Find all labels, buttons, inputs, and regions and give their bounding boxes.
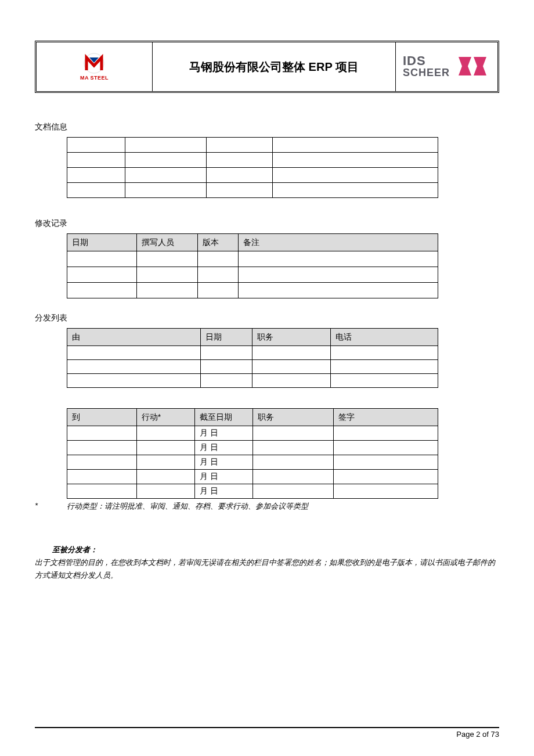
section-title-doc-info: 文档信息: [35, 122, 499, 132]
logo-right-cell: IDS SCHEER: [396, 42, 497, 91]
section-title-revision: 修改记录: [35, 218, 499, 229]
table-header-row: 到 行动* 截至日期 职务 签字: [67, 409, 438, 426]
col-signature: 签字: [334, 409, 438, 426]
col-remark: 备注: [238, 234, 438, 251]
table-row: [67, 283, 438, 298]
date-cell: 月 日: [194, 470, 252, 484]
col-position: 职务: [252, 329, 331, 346]
table-row: 月 日: [67, 441, 438, 455]
table-row: [67, 374, 438, 388]
table-row: [67, 183, 438, 198]
col-date: 日期: [67, 234, 137, 251]
col-position: 职务: [252, 409, 334, 426]
date-cell: 月 日: [194, 455, 252, 470]
table-row: [67, 168, 438, 183]
distribution-from-table: 由 日期 职务 电话: [67, 328, 438, 388]
masteel-logo-icon: MA STEEL: [80, 53, 109, 81]
document-title: 马钢股份有限公司整体 ERP 项目: [153, 42, 396, 91]
col-version: 版本: [197, 234, 238, 251]
distribution-to-table: 到 行动* 截至日期 职务 签字 月 日 月 日 月 日 月 日 月 日: [67, 408, 438, 499]
footnote: * 行动类型：请注明批准、审阅、通知、存档、要求行动、参加会议等类型: [35, 501, 499, 512]
page-number: Page 2 of 73: [35, 730, 499, 739]
col-date: 日期: [200, 329, 252, 346]
col-deadline: 截至日期: [194, 409, 252, 426]
table-row: [67, 267, 438, 283]
col-phone: 电话: [331, 329, 438, 346]
svg-text:SCHEER: SCHEER: [403, 67, 450, 78]
notice-body: 出于文档管理的目的，在您收到本文档时，若审阅无误请在相关的栏目中签署您的姓名；如…: [35, 556, 499, 582]
revision-table: 日期 撰写人员 版本 备注: [67, 233, 438, 298]
masteel-logo-text: MA STEEL: [80, 75, 109, 81]
page-footer: Page 2 of 73: [35, 727, 499, 739]
table-row: [67, 153, 438, 168]
table-row: 月 日: [67, 426, 438, 441]
table-header-row: 由 日期 职务 电话: [67, 329, 438, 346]
distribute-notice: 至被分发者： 出于文档管理的目的，在您收到本文档时，若审阅无误请在相关的栏目中签…: [35, 543, 499, 582]
document-page: MA STEEL 马钢股份有限公司整体 ERP 项目 IDS SCHEER 文档…: [0, 0, 534, 605]
table-row: 月 日: [67, 484, 438, 499]
section-title-distribution: 分发列表: [35, 313, 499, 323]
table-row: 月 日: [67, 455, 438, 470]
logo-left-cell: MA STEEL: [37, 42, 153, 91]
table-row: [67, 138, 438, 153]
table-row: [67, 346, 438, 360]
table-row: 月 日: [67, 470, 438, 484]
doc-info-table: [67, 137, 438, 198]
footnote-star: *: [35, 501, 67, 512]
table-row: [67, 360, 438, 374]
col-author: 撰写人员: [136, 234, 197, 251]
col-to: 到: [67, 409, 137, 426]
svg-text:IDS: IDS: [403, 54, 426, 68]
col-action: 行动*: [136, 409, 194, 426]
footer-divider: [35, 727, 499, 728]
date-cell: 月 日: [194, 484, 252, 499]
col-from: 由: [67, 329, 201, 346]
footnote-text: 行动类型：请注明批准、审阅、通知、存档、要求行动、参加会议等类型: [67, 501, 308, 512]
header-box: MA STEEL 马钢股份有限公司整体 ERP 项目 IDS SCHEER: [35, 41, 499, 93]
notice-heading: 至被分发者：: [35, 543, 499, 556]
table-row: [67, 251, 438, 267]
table-header-row: 日期 撰写人员 版本 备注: [67, 234, 438, 251]
date-cell: 月 日: [194, 426, 252, 441]
ids-scheer-logo-icon: IDS SCHEER: [402, 54, 492, 80]
date-cell: 月 日: [194, 441, 252, 455]
